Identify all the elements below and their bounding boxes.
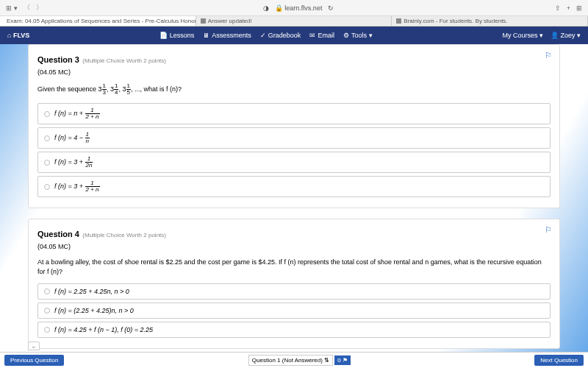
tab-answer-updated[interactable]: Answer updated!	[196, 16, 392, 26]
share-icon[interactable]: ⇧	[555, 4, 561, 12]
refresh-icon[interactable]: ↻	[328, 4, 334, 12]
q3-option-d[interactable]: f (n) = 3 + 12 + n	[37, 176, 551, 197]
q4-option-a[interactable]: f (n) = 2.25 + 4.25n, n > 0	[37, 283, 551, 300]
shield-icon: ◑	[263, 4, 269, 12]
nav-email[interactable]: ✉ Email	[309, 32, 334, 39]
url-text: learn.flvs.net	[284, 4, 322, 12]
radio-icon	[44, 135, 50, 141]
next-question-button[interactable]: Next Question	[534, 355, 584, 366]
question-prompt: Given the sequence 313, 314, 315, ..., w…	[37, 83, 551, 96]
question-title: Question 4	[37, 230, 79, 238]
q4-option-c[interactable]: f (n) = 4.25 + f (n − 1), f (0) = 2.25	[37, 322, 551, 338]
radio-icon	[44, 327, 50, 333]
question-title: Question 3	[37, 55, 79, 64]
question-selector[interactable]: Question 1 (Not Answered) ⇅ 0 ⚑	[248, 355, 351, 366]
favicon-icon	[201, 18, 206, 24]
tab-exam[interactable]: Exam: 04.05 Applications of Sequences an…	[0, 16, 196, 26]
question-scroll-area[interactable]: ⚐ Question 3 (Multiple Choice Worth 2 po…	[28, 44, 560, 352]
tab-bar: Exam: 04.05 Applications of Sequences an…	[0, 16, 588, 26]
question-worth: (Multiple Choice Worth 2 points)	[82, 232, 166, 238]
expand-panel-icon[interactable]: ⌄	[28, 342, 40, 350]
lock-icon: 🔒	[275, 4, 283, 12]
question-select-dropdown[interactable]: Question 1 (Not Answered) ⇅	[248, 355, 333, 366]
question-code: (04.05 MC)	[37, 243, 551, 250]
previous-question-button[interactable]: Previous Question	[4, 355, 64, 366]
nav-user-menu[interactable]: 👤 Zoey ▾	[551, 32, 581, 39]
radio-icon	[44, 160, 50, 166]
radio-icon	[44, 111, 50, 117]
nav-tools[interactable]: ⚙ Tools ▾	[343, 32, 373, 39]
q3-option-b[interactable]: f (n) = 4 − 1n	[37, 127, 551, 149]
q3-option-a[interactable]: f (n) = n + 12 + n	[37, 103, 551, 124]
sidebar-toggle-icon[interactable]: ⊞ ▾	[6, 4, 18, 12]
nav-my-courses[interactable]: My Courses ▾	[502, 32, 543, 39]
question-4-card: ⚐ Question 4 (Multiple Choice Worth 2 po…	[28, 219, 560, 349]
forward-icon[interactable]: 〉	[36, 3, 43, 13]
flagged-count-badge[interactable]: 0 ⚑	[334, 355, 351, 365]
browser-toolbar: ⊞ ▾ 〈 〉 ◑ 🔒 learn.flvs.net ↻ ⇧ + ⊞	[0, 0, 588, 16]
new-tab-icon[interactable]: +	[567, 4, 570, 12]
back-icon[interactable]: 〈	[24, 3, 30, 13]
question-3-card: ⚐ Question 3 (Multiple Choice Worth 2 po…	[28, 44, 560, 208]
flag-icon[interactable]: ⚐	[545, 51, 552, 60]
nav-gradebook[interactable]: ✓ Gradebook	[260, 32, 301, 39]
radio-icon	[44, 308, 50, 314]
flag-icon[interactable]: ⚐	[545, 225, 552, 235]
q4-option-b[interactable]: f (n) = (2.25 + 4.25)n, n > 0	[37, 302, 551, 319]
favicon-icon	[396, 18, 401, 24]
radio-icon	[44, 184, 50, 190]
nav-assessments[interactable]: 🖥 Assessments	[203, 32, 251, 39]
brand-home-link[interactable]: FLVS	[7, 32, 29, 39]
question-worth: (Multiple Choice Worth 2 points)	[82, 57, 166, 64]
radio-icon	[44, 289, 50, 294]
app-navbar: FLVS 📄 Lessons 🖥 Assessments ✓ Gradebook…	[0, 26, 588, 44]
nav-lessons[interactable]: 📄 Lessons	[159, 32, 195, 39]
question-prompt: At a bowling alley, the cost of shoe ren…	[37, 258, 551, 276]
q3-option-c[interactable]: f (n) = 3 + 12n	[37, 152, 551, 173]
tabs-icon[interactable]: ⊞	[576, 4, 582, 12]
bottom-bar: Previous Question Question 1 (Not Answer…	[0, 352, 588, 368]
tab-brainly[interactable]: Brainly.com - For students. By students.	[392, 16, 588, 26]
question-code: (04.05 MC)	[37, 68, 551, 76]
